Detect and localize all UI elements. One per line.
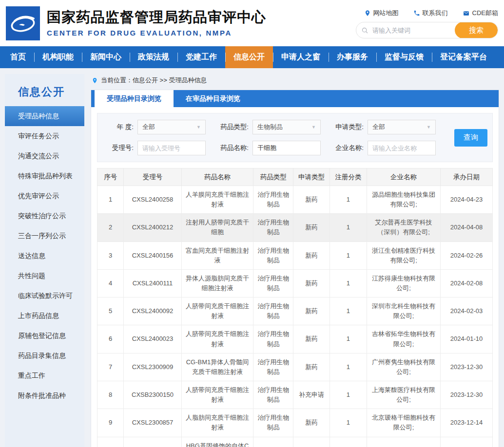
nav-item[interactable]: 机构职能: [34, 46, 82, 68]
table-row[interactable]: 3CXSL2400156宫血间充质干细胞注射液治疗用生物制品新药1浙江生创精准医…: [97, 242, 493, 269]
contact-link[interactable]: 联系我们: [413, 9, 448, 18]
table-cell: 4: [97, 269, 124, 297]
table-row[interactable]: 7CXSL2300909CG-BM1异体人骨髓间充质干细胞注射液治疗用生物制品新…: [97, 353, 493, 381]
cde-mail-link[interactable]: CDE邮箱: [463, 9, 498, 18]
table-cell: 2: [97, 214, 124, 242]
table-cell: 治疗用生物制品: [253, 353, 293, 381]
table-cell: 治疗用生物制品: [253, 325, 293, 353]
apply-type-label: 申请类型:: [332, 123, 364, 131]
site-search-bar: 搜索: [356, 22, 498, 38]
sidebar-item[interactable]: 临床试验默示许可: [5, 286, 84, 306]
table-header-cell: 受理号: [124, 168, 181, 186]
sidebar-item[interactable]: 优先审评公示: [5, 186, 84, 206]
table-cell: 1: [330, 186, 367, 214]
table-row[interactable]: 9CXSL2300857人脂肪间充质干细胞注射液治疗用生物制品新药1北京瑷格干细…: [97, 409, 493, 437]
sidebar-item[interactable]: 上市药品信息: [5, 306, 84, 326]
chevron-down-icon: ▼: [311, 125, 316, 130]
query-button[interactable]: 查询: [454, 129, 487, 147]
table-cell: 9: [97, 409, 124, 437]
year-select[interactable]: 全部 ▼: [137, 120, 206, 134]
table-cell: 3: [97, 242, 124, 269]
sitemap-link[interactable]: 网站地图: [364, 9, 399, 18]
table-cell: CXSL2300857: [124, 409, 181, 437]
table-cell: 2024-01-10: [440, 325, 492, 353]
drug-name-input[interactable]: [252, 141, 321, 155]
nav-item[interactable]: 登记备案平台: [432, 46, 495, 68]
table-row[interactable]: 5CXSL2400092人脐带间充质干细胞注射液治疗用生物制品新药1深圳市北科生…: [97, 298, 493, 325]
location-pin-icon: [92, 77, 98, 84]
results-table: 序号受理号药品名称药品类型申请类型注册分类企业名称承办日期 1CXSL24002…: [97, 168, 493, 447]
sidebar-item[interactable]: 送达信息: [5, 246, 84, 266]
table-cell: 1: [330, 353, 367, 381]
sidebar-item[interactable]: 附条件批准品种: [5, 386, 84, 406]
table-cell: CXSL2400212: [124, 214, 181, 242]
drug-type-select[interactable]: 生物制品 ▼: [252, 120, 321, 134]
breadcrumb-text: 当前位置：信息公开 >> 受理品种信息: [101, 76, 207, 85]
site-search-input[interactable]: [368, 27, 455, 34]
table-row[interactable]: 4CXSL2400111异体人源脂肪间充质干细胞注射液治疗用生物制品新药1江苏得…: [97, 269, 493, 297]
table-row[interactable]: 10CXSB2300138HBG基因修饰的自体CD34+造血干细胞注射液治疗用生…: [97, 437, 493, 447]
filter-box: 年 度: 全部 ▼ 药品类型: 生物制品 ▼ 申: [97, 113, 493, 162]
table-cell: 源品细胞生物科技集团有限公司;: [367, 186, 441, 214]
table-cell: 8: [97, 381, 124, 409]
acceptance-no-input[interactable]: [137, 141, 206, 155]
sidebar-title: 信息公开: [5, 85, 84, 99]
table-cell: 宫血间充质干细胞注射液: [181, 242, 253, 269]
table-cell: 人羊膜间充质干细胞注射液: [181, 186, 253, 214]
sidebar-item[interactable]: 受理品种信息: [5, 106, 84, 126]
sidebar-item[interactable]: 突破性治疗公示: [5, 206, 84, 226]
table-cell: 新药: [293, 242, 330, 269]
sidebar-item[interactable]: 重点工作: [5, 366, 84, 386]
nav-item[interactable]: 首页: [2, 46, 34, 68]
nav-item[interactable]: 信息公开: [225, 46, 273, 68]
tab[interactable]: 在审品种目录浏览: [174, 90, 252, 107]
table-cell: 上海莱馥医疗科技有限公司;: [367, 381, 441, 409]
nav-item[interactable]: 办事服务: [329, 46, 376, 68]
table-cell: 江苏得康生物科技有限公司;: [367, 269, 441, 297]
table-cell: 广州赛隽生物科技有限公司;: [367, 353, 441, 381]
table-cell: CXSB2300150: [124, 381, 181, 409]
drug-type-label: 药品类型:: [217, 123, 249, 131]
table-cell: CXSL2300909: [124, 353, 181, 381]
table-cell: 2024-02-08: [440, 269, 492, 297]
sidebar-item[interactable]: 共性问题: [5, 266, 84, 286]
nav-item[interactable]: 新闻中心: [82, 46, 130, 68]
table-header-cell: 申请类型: [293, 168, 330, 186]
table-cell: 2023-11-30: [440, 437, 492, 447]
table-cell: 吉林省拓华生物科技有限公司;: [367, 325, 441, 353]
table-cell: 浙江生创精准医疗科技有限公司;: [367, 242, 441, 269]
nav-item[interactable]: 监督与反馈: [376, 46, 432, 68]
search-icon: [361, 27, 368, 34]
nav-item[interactable]: 申请人之窗: [273, 46, 329, 68]
table-row[interactable]: 1CXSL2400258人羊膜间充质干细胞注射液治疗用生物制品新药1源品细胞生物…: [97, 186, 493, 214]
table-cell: 1: [330, 409, 367, 437]
table-cell: 异体人源脂肪间充质干细胞注射液: [181, 269, 253, 297]
sidebar: 信息公开 受理品种信息审评任务公示沟通交流公示特殊审批品种列表优先审评公示突破性…: [5, 74, 84, 447]
sidebar-item[interactable]: 审评任务公示: [5, 126, 84, 146]
table-cell: 艾尔普再生医学科技（深圳）有限公司;: [367, 214, 441, 242]
site-search-button[interactable]: 搜索: [455, 22, 498, 38]
tab-bar: 受理品种目录浏览在审品种目录浏览: [91, 90, 499, 107]
sidebar-item[interactable]: 特殊审批品种列表: [5, 166, 84, 186]
company-label: 企业名称:: [332, 144, 364, 152]
sidebar-item[interactable]: 沟通交流公示: [5, 146, 84, 166]
table-cell: 新药: [293, 409, 330, 437]
apply-type-select[interactable]: 全部 ▼: [368, 120, 436, 134]
site-title: 国家药品监督管理局药品审评中心: [47, 9, 266, 25]
sidebar-items: 受理品种信息审评任务公示沟通交流公示特殊审批品种列表优先审评公示突破性治疗公示三…: [5, 106, 84, 406]
sidebar-item[interactable]: 药品目录集信息: [5, 346, 84, 366]
table-cell: CXSL2400092: [124, 298, 181, 325]
tab[interactable]: 受理品种目录浏览: [95, 90, 174, 107]
table-cell: 1: [330, 269, 367, 297]
sidebar-item[interactable]: 原辅包登记信息: [5, 326, 84, 346]
table-row[interactable]: 8CXSB2300150人脐带间充质干细胞注射液治疗用生物制品补充申请1上海莱馥…: [97, 381, 493, 409]
table-row[interactable]: 6CXSL2400023人脐带间充质干细胞注射液治疗用生物制品新药1吉林省拓华生…: [97, 325, 493, 353]
nav-item[interactable]: 政策法规: [130, 46, 177, 68]
nav-item[interactable]: 党建工作: [177, 46, 225, 68]
sidebar-item[interactable]: 三合一序列公示: [5, 226, 84, 246]
table-cell: 北京瑷格干细胞科技有限公司;: [367, 409, 441, 437]
table-cell: 新药: [293, 325, 330, 353]
site-subtitle: CENTER FOR DRUG EVALUATION, NMPA: [47, 29, 266, 37]
company-input[interactable]: [368, 141, 436, 155]
table-row[interactable]: 2CXSL2400212注射用人脐带间充质干细胞治疗用生物制品新药1艾尔普再生医…: [97, 214, 493, 242]
